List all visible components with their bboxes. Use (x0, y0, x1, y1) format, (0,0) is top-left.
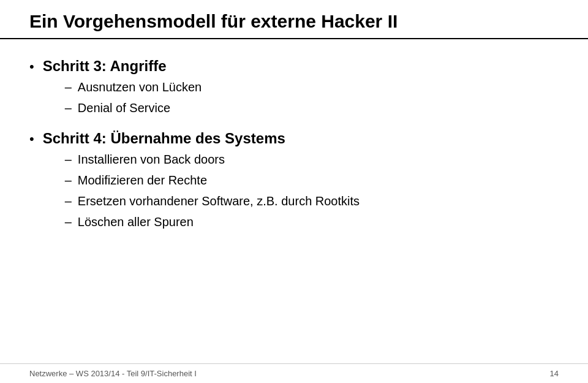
sub-item-1-2: – Denial of Service (65, 99, 202, 116)
sub-text-2-4: Löschen aller Spuren (78, 213, 194, 230)
bullet-label-1: Schritt 3: Angriffe (43, 58, 167, 74)
slide: Ein Vorgehensmodell für externe Hacker I… (0, 0, 588, 383)
bullet-content-1: Schritt 3: Angriffe – Ausnutzen von Lück… (43, 58, 202, 120)
sub-dash-1-1: – (65, 78, 72, 96)
sub-dash-2-4: – (65, 213, 72, 230)
slide-content: • Schritt 3: Angriffe – Ausnutzen von Lü… (0, 39, 588, 363)
slide-footer: Netzwerke – WS 2013/14 - Teil 9/IT-Siche… (0, 363, 588, 383)
sub-list-1: – Ausnutzen von Lücken – Denial of Servi… (65, 78, 202, 116)
sub-text-2-3: Ersetzen vorhandener Software, z.B. durc… (78, 192, 360, 210)
sub-item-1-1: – Ausnutzen von Lücken (65, 78, 202, 96)
footer-left-text: Netzwerke – WS 2013/14 - Teil 9/IT-Siche… (29, 369, 197, 378)
sub-list-2: – Installieren von Back doors – Modifizi… (65, 151, 360, 230)
sub-dash-2-1: – (65, 151, 72, 168)
sub-dash-2-3: – (65, 192, 72, 210)
sub-text-1-1: Ausnutzen von Lücken (78, 78, 202, 96)
slide-title: Ein Vorgehensmodell für externe Hacker I… (29, 11, 559, 32)
sub-dash-2-2: – (65, 172, 72, 189)
sub-dash-1-2: – (65, 99, 72, 116)
sub-text-2-1: Installieren von Back doors (78, 151, 225, 168)
bullet-item-2: • Schritt 4: Übernahme des Systems – Ins… (29, 130, 559, 234)
footer-page-number: 14 (550, 369, 559, 378)
bullet-label-2: Schritt 4: Übernahme des Systems (43, 130, 285, 146)
sub-text-2-2: Modifizieren der Rechte (78, 172, 207, 189)
bullet-content-2: Schritt 4: Übernahme des Systems – Insta… (43, 130, 360, 234)
sub-item-2-2: – Modifizieren der Rechte (65, 172, 360, 189)
sub-item-2-4: – Löschen aller Spuren (65, 213, 360, 230)
slide-header: Ein Vorgehensmodell für externe Hacker I… (0, 0, 588, 39)
sub-text-1-2: Denial of Service (78, 99, 170, 116)
sub-item-2-1: – Installieren von Back doors (65, 151, 360, 168)
bullet-dot-1: • (29, 59, 34, 75)
sub-item-2-3: – Ersetzen vorhandener Software, z.B. du… (65, 192, 360, 210)
main-bullet-list: • Schritt 3: Angriffe – Ausnutzen von Lü… (29, 58, 559, 234)
bullet-dot-2: • (29, 131, 34, 147)
bullet-item-1: • Schritt 3: Angriffe – Ausnutzen von Lü… (29, 58, 559, 120)
